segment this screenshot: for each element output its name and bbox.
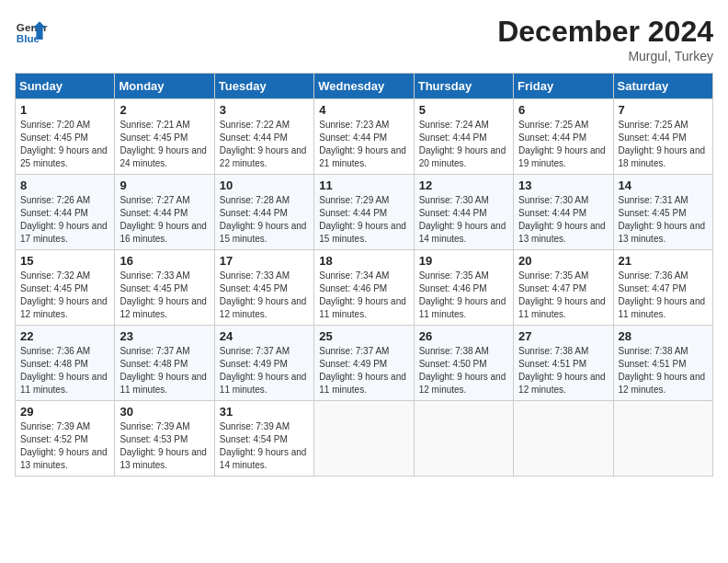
calendar-cell: 9Sunrise: 7:27 AM Sunset: 4:44 PM Daylig… xyxy=(115,175,214,250)
day-number: 27 xyxy=(518,329,608,343)
week-row-4: 22Sunrise: 7:36 AM Sunset: 4:48 PM Dayli… xyxy=(16,326,713,401)
day-number: 22 xyxy=(20,329,109,343)
day-number: 4 xyxy=(319,103,408,117)
day-number: 7 xyxy=(619,103,708,117)
day-number: 19 xyxy=(419,254,508,268)
logo: General Blue xyxy=(15,15,48,48)
calendar-cell: 13Sunrise: 7:30 AM Sunset: 4:44 PM Dayli… xyxy=(514,175,613,250)
calendar-header-row: SundayMondayTuesdayWednesdayThursdayFrid… xyxy=(16,74,713,99)
day-number: 16 xyxy=(119,254,209,268)
calendar-cell: 12Sunrise: 7:30 AM Sunset: 4:44 PM Dayli… xyxy=(414,175,513,250)
calendar-cell: 21Sunrise: 7:36 AM Sunset: 4:47 PM Dayli… xyxy=(613,250,712,326)
calendar-cell: 26Sunrise: 7:38 AM Sunset: 4:50 PM Dayli… xyxy=(414,326,513,401)
day-info: Sunrise: 7:30 AM Sunset: 4:44 PM Dayligh… xyxy=(419,194,508,246)
day-number: 17 xyxy=(220,254,309,268)
day-number: 25 xyxy=(319,329,408,343)
day-number: 14 xyxy=(619,178,708,192)
day-info: Sunrise: 7:25 AM Sunset: 4:44 PM Dayligh… xyxy=(619,119,708,170)
day-number: 24 xyxy=(220,329,309,343)
day-number: 20 xyxy=(518,254,608,268)
day-info: Sunrise: 7:39 AM Sunset: 4:54 PM Dayligh… xyxy=(220,420,309,472)
day-info: Sunrise: 7:28 AM Sunset: 4:44 PM Dayligh… xyxy=(220,194,309,246)
day-info: Sunrise: 7:38 AM Sunset: 4:51 PM Dayligh… xyxy=(518,345,608,396)
day-number: 13 xyxy=(518,178,608,192)
day-header-monday: Monday xyxy=(115,74,214,99)
day-number: 6 xyxy=(518,103,608,117)
calendar-cell xyxy=(314,401,414,477)
day-number: 15 xyxy=(20,254,109,268)
day-number: 31 xyxy=(220,405,309,419)
day-number: 28 xyxy=(619,329,708,343)
logo-icon: General Blue xyxy=(15,15,48,48)
calendar-cell: 5Sunrise: 7:24 AM Sunset: 4:44 PM Daylig… xyxy=(414,99,513,175)
day-info: Sunrise: 7:37 AM Sunset: 4:48 PM Dayligh… xyxy=(119,345,209,396)
day-info: Sunrise: 7:21 AM Sunset: 4:45 PM Dayligh… xyxy=(119,119,209,170)
day-header-wednesday: Wednesday xyxy=(314,74,414,99)
calendar-cell: 15Sunrise: 7:32 AM Sunset: 4:45 PM Dayli… xyxy=(16,250,115,326)
day-info: Sunrise: 7:34 AM Sunset: 4:46 PM Dayligh… xyxy=(319,270,408,321)
calendar-cell: 11Sunrise: 7:29 AM Sunset: 4:44 PM Dayli… xyxy=(314,175,414,250)
day-info: Sunrise: 7:38 AM Sunset: 4:51 PM Dayligh… xyxy=(619,345,708,396)
month-title: December 2024 xyxy=(497,15,713,49)
calendar-cell: 8Sunrise: 7:26 AM Sunset: 4:44 PM Daylig… xyxy=(16,175,115,250)
day-info: Sunrise: 7:37 AM Sunset: 4:49 PM Dayligh… xyxy=(319,345,408,396)
day-info: Sunrise: 7:24 AM Sunset: 4:44 PM Dayligh… xyxy=(419,119,508,170)
calendar-cell xyxy=(414,401,513,477)
day-number: 5 xyxy=(419,103,508,117)
day-info: Sunrise: 7:38 AM Sunset: 4:50 PM Dayligh… xyxy=(419,345,508,396)
calendar-cell: 17Sunrise: 7:33 AM Sunset: 4:45 PM Dayli… xyxy=(214,250,313,326)
calendar-cell: 3Sunrise: 7:22 AM Sunset: 4:44 PM Daylig… xyxy=(214,99,313,175)
calendar-cell: 27Sunrise: 7:38 AM Sunset: 4:51 PM Dayli… xyxy=(514,326,613,401)
week-row-2: 8Sunrise: 7:26 AM Sunset: 4:44 PM Daylig… xyxy=(16,175,713,250)
day-header-sunday: Sunday xyxy=(16,74,115,99)
day-number: 2 xyxy=(119,103,209,117)
day-info: Sunrise: 7:22 AM Sunset: 4:44 PM Dayligh… xyxy=(220,119,309,170)
day-number: 21 xyxy=(619,254,708,268)
week-row-3: 15Sunrise: 7:32 AM Sunset: 4:45 PM Dayli… xyxy=(16,250,713,326)
day-info: Sunrise: 7:25 AM Sunset: 4:44 PM Dayligh… xyxy=(518,119,608,170)
day-number: 23 xyxy=(119,329,209,343)
calendar-cell: 4Sunrise: 7:23 AM Sunset: 4:44 PM Daylig… xyxy=(314,99,414,175)
day-number: 9 xyxy=(119,178,209,192)
day-number: 26 xyxy=(419,329,508,343)
day-info: Sunrise: 7:39 AM Sunset: 4:52 PM Dayligh… xyxy=(20,420,109,472)
day-info: Sunrise: 7:39 AM Sunset: 4:53 PM Dayligh… xyxy=(119,420,209,472)
day-header-friday: Friday xyxy=(514,74,613,99)
day-number: 12 xyxy=(419,178,508,192)
calendar-cell: 20Sunrise: 7:35 AM Sunset: 4:47 PM Dayli… xyxy=(514,250,613,326)
day-info: Sunrise: 7:36 AM Sunset: 4:48 PM Dayligh… xyxy=(20,345,109,396)
day-info: Sunrise: 7:33 AM Sunset: 4:45 PM Dayligh… xyxy=(119,270,209,321)
day-info: Sunrise: 7:26 AM Sunset: 4:44 PM Dayligh… xyxy=(20,194,109,246)
day-info: Sunrise: 7:29 AM Sunset: 4:44 PM Dayligh… xyxy=(319,194,408,246)
day-info: Sunrise: 7:23 AM Sunset: 4:44 PM Dayligh… xyxy=(319,119,408,170)
day-number: 29 xyxy=(20,405,109,419)
day-info: Sunrise: 7:36 AM Sunset: 4:47 PM Dayligh… xyxy=(619,270,708,321)
calendar-cell: 16Sunrise: 7:33 AM Sunset: 4:45 PM Dayli… xyxy=(115,250,214,326)
calendar-cell: 6Sunrise: 7:25 AM Sunset: 4:44 PM Daylig… xyxy=(514,99,613,175)
day-number: 18 xyxy=(319,254,408,268)
calendar-cell: 29Sunrise: 7:39 AM Sunset: 4:52 PM Dayli… xyxy=(16,401,115,477)
day-header-thursday: Thursday xyxy=(414,74,513,99)
day-info: Sunrise: 7:30 AM Sunset: 4:44 PM Dayligh… xyxy=(518,194,608,246)
calendar-cell: 31Sunrise: 7:39 AM Sunset: 4:54 PM Dayli… xyxy=(214,401,313,477)
day-header-tuesday: Tuesday xyxy=(214,74,313,99)
calendar-cell: 22Sunrise: 7:36 AM Sunset: 4:48 PM Dayli… xyxy=(16,326,115,401)
day-number: 10 xyxy=(220,178,309,192)
day-header-saturday: Saturday xyxy=(613,74,712,99)
calendar-cell: 2Sunrise: 7:21 AM Sunset: 4:45 PM Daylig… xyxy=(115,99,214,175)
day-info: Sunrise: 7:35 AM Sunset: 4:46 PM Dayligh… xyxy=(419,270,508,321)
day-info: Sunrise: 7:35 AM Sunset: 4:47 PM Dayligh… xyxy=(518,270,608,321)
location: Murgul, Turkey xyxy=(497,49,713,63)
day-number: 8 xyxy=(20,178,109,192)
calendar-cell: 23Sunrise: 7:37 AM Sunset: 4:48 PM Dayli… xyxy=(115,326,214,401)
day-number: 1 xyxy=(20,103,109,117)
day-number: 3 xyxy=(220,103,309,117)
calendar-cell: 24Sunrise: 7:37 AM Sunset: 4:49 PM Dayli… xyxy=(214,326,313,401)
calendar-cell: 18Sunrise: 7:34 AM Sunset: 4:46 PM Dayli… xyxy=(314,250,414,326)
week-row-1: 1Sunrise: 7:20 AM Sunset: 4:45 PM Daylig… xyxy=(16,99,713,175)
day-info: Sunrise: 7:32 AM Sunset: 4:45 PM Dayligh… xyxy=(20,270,109,321)
day-number: 11 xyxy=(319,178,408,192)
calendar-cell: 14Sunrise: 7:31 AM Sunset: 4:45 PM Dayli… xyxy=(613,175,712,250)
calendar-cell: 7Sunrise: 7:25 AM Sunset: 4:44 PM Daylig… xyxy=(613,99,712,175)
calendar-cell: 1Sunrise: 7:20 AM Sunset: 4:45 PM Daylig… xyxy=(16,99,115,175)
